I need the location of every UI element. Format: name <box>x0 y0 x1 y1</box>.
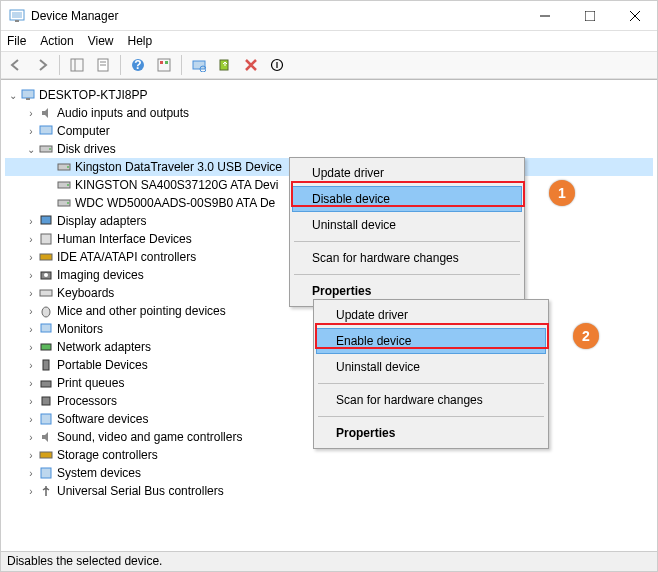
tree-item-label: IDE ATA/ATAPI controllers <box>57 250 196 264</box>
svg-point-38 <box>42 307 50 317</box>
close-button[interactable] <box>612 1 657 31</box>
tree-item-label: Audio inputs and outputs <box>57 106 189 120</box>
chevron-right-icon[interactable]: › <box>25 216 37 227</box>
context-menu-enable: Update driver Enable device Uninstall de… <box>313 299 549 449</box>
chevron-right-icon[interactable]: › <box>25 108 37 119</box>
tree-item-label: Software devices <box>57 412 148 426</box>
ctx-separator <box>294 274 520 275</box>
menu-help[interactable]: Help <box>128 34 153 48</box>
maximize-button[interactable] <box>567 1 612 31</box>
chevron-down-icon[interactable]: ⌄ <box>7 90 19 101</box>
category-icon <box>37 141 55 157</box>
ctx-update-driver[interactable]: Update driver <box>292 160 522 186</box>
chevron-right-icon[interactable]: › <box>25 270 37 281</box>
scan-hardware-icon[interactable] <box>188 54 210 76</box>
tree-item[interactable]: ›Computer <box>5 122 653 140</box>
ctx-enable-device[interactable]: Enable device <box>316 328 546 354</box>
show-hide-console-tree-icon[interactable] <box>66 54 88 76</box>
properties-icon[interactable] <box>92 54 114 76</box>
tree-item-label: Keyboards <box>57 286 114 300</box>
ctx-scan-hardware[interactable]: Scan for hardware changes <box>316 387 546 413</box>
ctx-disable-device[interactable]: Disable device <box>292 186 522 212</box>
category-icon <box>37 105 55 121</box>
chevron-right-icon[interactable]: › <box>25 432 37 443</box>
disable-device-icon[interactable] <box>266 54 288 76</box>
tree-item[interactable]: ⌄Disk drives <box>5 140 653 158</box>
chevron-right-icon[interactable]: › <box>25 306 37 317</box>
category-icon <box>37 393 55 409</box>
chevron-right-icon[interactable]: › <box>25 252 37 263</box>
menu-file[interactable]: File <box>7 34 26 48</box>
category-icon <box>37 447 55 463</box>
category-icon <box>37 303 55 319</box>
ctx-properties[interactable]: Properties <box>316 420 546 446</box>
menu-action[interactable]: Action <box>40 34 73 48</box>
minimize-button[interactable] <box>522 1 567 31</box>
chevron-right-icon[interactable]: › <box>25 126 37 137</box>
drive-icon <box>55 159 73 175</box>
status-text: Disables the selected device. <box>7 554 162 568</box>
category-icon <box>37 357 55 373</box>
svg-rect-39 <box>41 324 51 332</box>
ctx-update-driver[interactable]: Update driver <box>316 302 546 328</box>
device-tree: ⌄ DESKTOP-KTJI8PP ›Audio inputs and outp… <box>1 79 657 551</box>
device-manager-icon <box>9 8 25 24</box>
tree-item-label: Computer <box>57 124 110 138</box>
svg-point-25 <box>49 148 51 150</box>
chevron-right-icon[interactable]: › <box>25 342 37 353</box>
chevron-right-icon[interactable]: › <box>25 396 37 407</box>
svg-rect-44 <box>41 414 51 424</box>
statusbar: Disables the selected device. <box>1 551 657 571</box>
category-icon <box>37 465 55 481</box>
svg-rect-14 <box>158 59 170 71</box>
ctx-uninstall-device[interactable]: Uninstall device <box>316 354 546 380</box>
titlebar: Device Manager <box>1 1 657 31</box>
chevron-right-icon[interactable]: › <box>25 324 37 335</box>
chevron-right-icon[interactable]: › <box>25 360 37 371</box>
drive-icon <box>55 177 73 193</box>
svg-rect-32 <box>41 216 51 224</box>
back-button[interactable] <box>5 54 27 76</box>
category-icon <box>37 375 55 391</box>
category-icon <box>37 285 55 301</box>
chevron-right-icon[interactable]: › <box>25 486 37 497</box>
chevron-right-icon[interactable]: › <box>25 378 37 389</box>
tree-item-label: Print queues <box>57 376 124 390</box>
tree-item-label: Display adapters <box>57 214 146 228</box>
svg-rect-34 <box>40 254 52 260</box>
category-icon <box>37 267 55 283</box>
annotation-badge-1: 1 <box>549 180 575 206</box>
svg-rect-42 <box>41 381 51 387</box>
ctx-uninstall-device[interactable]: Uninstall device <box>292 212 522 238</box>
chevron-down-icon[interactable]: ⌄ <box>25 144 37 155</box>
tree-item[interactable]: ›Universal Serial Bus controllers <box>5 482 653 500</box>
update-driver-icon[interactable] <box>214 54 236 76</box>
chevron-right-icon[interactable]: › <box>25 288 37 299</box>
forward-button[interactable] <box>31 54 53 76</box>
category-icon <box>37 123 55 139</box>
computer-icon <box>19 87 37 103</box>
tree-item-label: Universal Serial Bus controllers <box>57 484 224 498</box>
chevron-right-icon[interactable]: › <box>25 468 37 479</box>
toolbar-separator <box>59 55 60 75</box>
help-icon[interactable]: ? <box>127 54 149 76</box>
tree-item-label: Monitors <box>57 322 103 336</box>
tree-item[interactable]: ›System devices <box>5 464 653 482</box>
chevron-right-icon[interactable]: › <box>25 450 37 461</box>
svg-rect-43 <box>42 397 50 405</box>
svg-rect-41 <box>43 360 49 370</box>
chevron-right-icon[interactable]: › <box>25 234 37 245</box>
menu-view[interactable]: View <box>88 34 114 48</box>
tree-root[interactable]: ⌄ DESKTOP-KTJI8PP <box>5 86 653 104</box>
chevron-right-icon[interactable]: › <box>25 414 37 425</box>
svg-rect-15 <box>160 61 163 64</box>
category-icon <box>37 213 55 229</box>
uninstall-device-icon[interactable] <box>240 54 262 76</box>
tree-item-label: Mice and other pointing devices <box>57 304 226 318</box>
window-title: Device Manager <box>31 9 118 23</box>
svg-rect-19 <box>220 60 228 70</box>
tree-item[interactable]: ›Audio inputs and outputs <box>5 104 653 122</box>
ctx-scan-hardware[interactable]: Scan for hardware changes <box>292 245 522 271</box>
action-icon[interactable] <box>153 54 175 76</box>
category-icon <box>37 483 55 499</box>
